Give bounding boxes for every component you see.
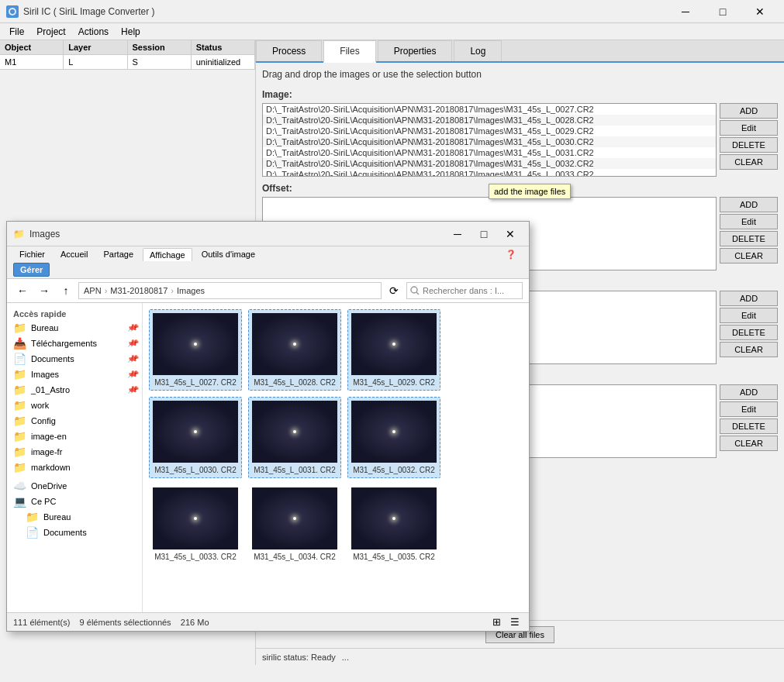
file-thumbnail [153, 313, 238, 375]
col-object: Object [0, 40, 64, 54]
file-grid-item[interactable]: M31_45s_L_0029. CR2 [347, 309, 440, 391]
file-grid-item[interactable]: M31_45s_L_0032. CR2 [347, 397, 440, 478]
search-input[interactable] [406, 282, 523, 299]
ribbon-tab-outils[interactable]: Outils d'image [195, 248, 261, 261]
file-name-label: M31_45s_L_0030. CR2 [154, 466, 237, 474]
dark-edit-button[interactable]: Edit [720, 308, 778, 323]
flat-delete-button[interactable]: DELETE [720, 418, 778, 434]
flat-clear-button[interactable]: CLEAR [720, 436, 778, 451]
selected-count: 9 éléments sélectionnés [80, 618, 171, 627]
image-clear-button[interactable]: CLEAR [720, 154, 778, 170]
pin-icon: 📌 [127, 370, 136, 378]
file-list-item[interactable]: D:\_TraitAstro\20-SiriL\Acquisition\APN\… [263, 136, 716, 147]
table-row[interactable]: M1 L S uninitialized [0, 55, 255, 69]
tab-log[interactable]: Log [454, 40, 502, 61]
minimize-button[interactable]: ─ [668, 0, 703, 23]
ribbon-tab-accueil[interactable]: Accueil [54, 248, 94, 261]
sidebar-item-images[interactable]: 📁 Images 📌 [7, 367, 142, 382]
nav-back-button[interactable]: ← [13, 282, 32, 299]
close-button[interactable]: ✕ [742, 0, 778, 23]
menu-actions[interactable]: Actions [72, 25, 115, 39]
file-thumbnail [153, 401, 238, 463]
image-add-button[interactable]: ADD [720, 103, 778, 119]
sidebar-item-work[interactable]: 📁 work [7, 398, 142, 413]
sidebar-item-bureau-pc[interactable]: 📁 Bureau [7, 509, 142, 525]
sidebar-item-documents[interactable]: 📄 Documents 📌 [7, 351, 142, 367]
ribbon-help-button[interactable]: ❓ [499, 248, 523, 261]
sidebar-item-01astro[interactable]: 📁 _01_Astro 📌 [7, 382, 142, 398]
sidebar-item-telechargements[interactable]: 📥 Téléchargements 📌 [7, 336, 142, 351]
thumbnail-inner [153, 487, 238, 549]
astro-folder-icon: 📁 [13, 384, 26, 396]
maximize-button[interactable]: □ [705, 0, 741, 23]
nav-forward-button[interactable]: → [35, 282, 54, 299]
nav-up-button[interactable]: ↑ [57, 282, 75, 299]
image-edit-button[interactable]: Edit [720, 120, 778, 136]
menu-help[interactable]: Help [115, 25, 147, 39]
dark-delete-button[interactable]: DELETE [720, 325, 778, 340]
menu-project[interactable]: Project [30, 25, 71, 39]
file-list-item[interactable]: D:\_TraitAstro\20-SiriL\Acquisition\APN\… [263, 126, 716, 136]
tab-files[interactable]: Files [323, 40, 375, 63]
app-title: Siril IC ( SiriL Image Converter ) [23, 6, 155, 17]
title-bar: Siril IC ( SiriL Image Converter ) ─ □ ✕ [0, 0, 784, 23]
sidebar-item-cepc[interactable]: 💻 Ce PC [7, 494, 142, 509]
file-grid-item[interactable]: M31_45s_L_0035. CR2 [347, 484, 440, 564]
tab-process[interactable]: Process [256, 40, 322, 61]
file-list-item[interactable]: D:\_TraitAstro\20-SiriL\Acquisition\APN\… [263, 104, 716, 115]
ribbon-gerer-button[interactable]: Gérer [13, 263, 50, 277]
address-m31[interactable]: M31-20180817 [110, 286, 168, 295]
file-list-item[interactable]: D:\_TraitAstro\20-SiriL\Acquisition\APN\… [263, 158, 716, 169]
image-file-list[interactable]: D:\_TraitAstro\20-SiriL\Acquisition\APN\… [262, 103, 717, 177]
address-images[interactable]: Images [177, 286, 205, 295]
file-grid-item[interactable]: M31_45s_L_0028. CR2 [248, 309, 341, 391]
thumbnail-inner [153, 313, 238, 375]
address-bar[interactable]: APN › M31-20180817 › Images [78, 282, 382, 299]
sidebar-astro-label: _01_Astro [31, 385, 123, 394]
work-folder-icon: 📁 [13, 399, 26, 412]
file-grid-item[interactable]: M31_45s_L_0034. CR2 [248, 484, 341, 564]
grid-view-button[interactable]: ⊞ [489, 615, 504, 629]
ribbon-tab-affichage[interactable]: Affichage [143, 248, 192, 261]
explorer-close-button[interactable]: ✕ [498, 225, 523, 243]
ribbon-tab-partage[interactable]: Partage [97, 248, 140, 261]
explorer-toolbar: ← → ↑ APN › M31-20180817 › Images ⟳ [7, 279, 529, 303]
image-delete-button[interactable]: DELETE [720, 137, 778, 153]
file-list-item[interactable]: D:\_TraitAstro\20-SiriL\Acquisition\APN\… [263, 147, 716, 158]
ribbon-tab-fichier[interactable]: Fichier [13, 248, 51, 261]
offset-add-button[interactable]: ADD [720, 197, 778, 212]
dark-add-button[interactable]: ADD [720, 291, 778, 306]
file-grid-item[interactable]: M31_45s_L_0033. CR2 [149, 484, 242, 564]
offset-edit-button[interactable]: Edit [720, 214, 778, 229]
sidebar-item-bureau[interactable]: 📁 Bureau 📌 [7, 320, 142, 336]
sidebar-item-markdown[interactable]: 📁 markdown [7, 460, 142, 475]
star-glow [392, 430, 395, 433]
documents-icon: 📄 [13, 353, 26, 365]
file-list-item[interactable]: D:\_TraitAstro\20-SiriL\Acquisition\APN\… [263, 169, 716, 177]
explorer-minimize-button[interactable]: ─ [445, 225, 470, 243]
file-grid-item[interactable]: M31_45s_L_0027. CR2 [149, 309, 242, 391]
address-apn[interactable]: APN [84, 286, 102, 295]
sidebar-item-image-fr[interactable]: 📁 image-fr [7, 444, 142, 460]
flat-edit-button[interactable]: Edit [720, 401, 778, 417]
explorer-maximize-button[interactable]: □ [471, 225, 496, 243]
sidebar-bureau-pc-label: Bureau [43, 512, 136, 522]
nav-refresh-button[interactable]: ⟳ [385, 282, 403, 299]
menu-file[interactable]: File [3, 25, 30, 39]
list-view-button[interactable]: ☰ [507, 615, 523, 629]
offset-clear-button[interactable]: CLEAR [720, 248, 778, 264]
sidebar-item-image-en[interactable]: 📁 image-en [7, 429, 142, 444]
sidebar-item-onedrive[interactable]: ☁️ OneDrive [7, 478, 142, 494]
file-grid-item[interactable]: M31_45s_L_0031. CR2 [248, 397, 341, 478]
thumbnail-inner [153, 401, 238, 463]
file-grid-item[interactable]: M31_45s_L_0030. CR2 [149, 397, 242, 478]
dark-clear-button[interactable]: CLEAR [720, 342, 778, 357]
tab-properties[interactable]: Properties [378, 40, 453, 61]
flat-buttons: ADD Edit DELETE CLEAR [720, 384, 778, 458]
file-name-label: M31_45s_L_0027. CR2 [154, 378, 237, 387]
offset-delete-button[interactable]: DELETE [720, 231, 778, 246]
file-list-item[interactable]: D:\_TraitAstro\20-SiriL\Acquisition\APN\… [263, 115, 716, 126]
flat-add-button[interactable]: ADD [720, 384, 778, 400]
sidebar-item-documents-pc[interactable]: 📄 Documents [7, 525, 142, 540]
sidebar-item-config[interactable]: 📁 Config [7, 413, 142, 429]
